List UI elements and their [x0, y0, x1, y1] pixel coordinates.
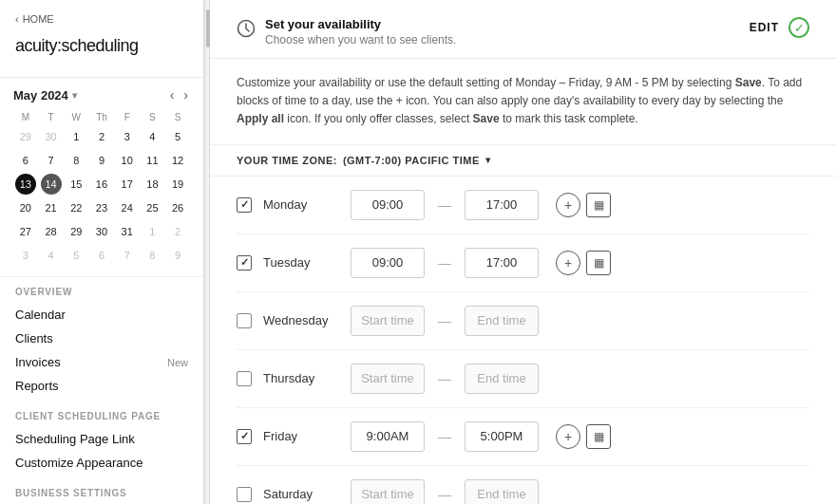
nav-item-reports[interactable]: Reports [15, 374, 188, 398]
calendar-day[interactable]: 20 [15, 197, 36, 218]
calendar-day[interactable]: 16 [91, 174, 112, 195]
calendar-day[interactable]: 10 [117, 150, 138, 171]
calendar-day[interactable]: 4 [142, 126, 162, 147]
day-checkbox-thursday[interactable] [237, 371, 252, 386]
calendar-day[interactable]: 2 [91, 126, 112, 147]
time-separator: — [438, 487, 451, 502]
back-link[interactable]: ‹ HOME [15, 13, 188, 25]
calendar-day[interactable]: 2 [167, 221, 188, 242]
add-time-button-tuesday[interactable]: + [556, 251, 580, 275]
calendar-day[interactable]: 17 [117, 174, 138, 195]
calendar-day[interactable]: 28 [41, 221, 62, 242]
add-time-button-monday[interactable]: + [556, 193, 580, 217]
copy-time-button-tuesday[interactable]: ▦ [586, 251, 611, 275]
end-time-tuesday[interactable]: 17:00 [465, 248, 539, 278]
calendar-day[interactable]: 5 [66, 245, 86, 266]
end-time-friday[interactable]: 5:00PM [465, 421, 539, 452]
calendar-day[interactable]: 27 [15, 221, 36, 242]
day-checkbox-wednesday[interactable] [237, 313, 252, 328]
start-time-monday[interactable]: 09:00 [351, 190, 425, 220]
day-name-saturday: Saturday [263, 487, 339, 501]
timezone-dropdown-icon[interactable]: ▾ [485, 155, 491, 165]
day-checkbox-tuesday[interactable] [237, 255, 252, 271]
calendar-nav[interactable]: ‹ › [168, 87, 190, 103]
calendar-day[interactable]: 18 [142, 174, 162, 195]
invoices-badge: New [167, 357, 188, 368]
calendar-day[interactable]: 30 [91, 221, 112, 242]
calendar-day[interactable]: 22 [66, 197, 86, 218]
start-time-thursday[interactable]: Start time [351, 364, 425, 394]
calendar-day[interactable]: 11 [142, 150, 162, 171]
calendar-day[interactable]: 7 [41, 150, 62, 171]
calendar-day[interactable]: 25 [142, 197, 162, 218]
start-time-wednesday[interactable]: Start time [351, 306, 425, 336]
day-checkbox-saturday[interactable] [237, 487, 252, 502]
calendar-day[interactable]: 6 [15, 150, 36, 171]
add-time-button-friday[interactable]: + [556, 424, 580, 449]
scrollbar[interactable] [204, 0, 210, 504]
calendar-day[interactable]: 29 [15, 126, 36, 147]
calendar-day[interactable]: 30 [41, 126, 62, 147]
calendar-grid: MTWThFSS29301234567891011121314151617181… [13, 110, 190, 267]
nav-item-scheduling-page-link[interactable]: Scheduling Page Link [15, 427, 188, 451]
calendar-day[interactable]: 1 [142, 221, 162, 242]
edit-button[interactable]: EDIT [750, 21, 779, 34]
calendar-day-label: T [39, 110, 64, 124]
calendar-day[interactable]: 15 [66, 174, 86, 195]
day-name-monday: Monday [263, 197, 339, 212]
calendar-prev-button[interactable]: ‹ [168, 87, 177, 103]
calendar-day[interactable]: 7 [117, 245, 138, 266]
calendar-day[interactable]: 21 [41, 197, 62, 218]
calendar-next-button[interactable]: › [181, 87, 190, 103]
start-time-saturday[interactable]: Start time [351, 479, 425, 504]
calendar-day[interactable]: 26 [167, 197, 188, 218]
calendar-day[interactable]: 8 [66, 150, 86, 171]
calendar-day[interactable]: 3 [117, 126, 138, 147]
calendar-day[interactable]: 23 [91, 197, 112, 218]
nav-client-scheduling-section: CLIENT SCHEDULING PAGE Scheduling Page L… [0, 401, 203, 478]
copy-time-button-friday[interactable]: ▦ [586, 424, 611, 449]
calendar-day[interactable]: 4 [41, 245, 62, 266]
calendar-day[interactable]: 24 [117, 197, 138, 218]
nav-item-clients[interactable]: Clients [15, 327, 188, 350]
calendar-day[interactable]: 3 [15, 245, 36, 266]
calendar-day[interactable]: 14 [41, 174, 62, 195]
nav-item-calendar[interactable]: Calendar [15, 303, 188, 327]
calendar-day[interactable]: 31 [117, 221, 138, 242]
info-text: Customize your availability or use the d… [210, 59, 836, 145]
scrollbar-thumb[interactable] [206, 9, 210, 47]
end-time-saturday[interactable]: End time [465, 479, 539, 504]
calendar-month: May 2024 ▾ [13, 88, 77, 103]
day-checkbox-monday[interactable] [237, 197, 252, 213]
timezone-row: YOUR TIME ZONE: (GMT-7:00) PACIFIC TIME … [210, 145, 836, 177]
time-separator: — [438, 371, 451, 386]
calendar-day[interactable]: 13 [15, 174, 36, 195]
start-time-tuesday[interactable]: 09:00 [351, 248, 425, 278]
calendar-day[interactable]: 6 [91, 245, 112, 266]
calendar-dropdown-icon[interactable]: ▾ [72, 90, 77, 101]
day-row: SaturdayStart time—End time [237, 466, 809, 504]
calendar-day-label: M [13, 110, 38, 124]
calendar-day[interactable]: 29 [66, 221, 86, 242]
calendar-day[interactable]: 9 [91, 150, 112, 171]
availability-header: Set your availability Choose when you wa… [210, 0, 836, 59]
calendar-day[interactable]: 12 [167, 150, 188, 171]
calendar-day[interactable]: 8 [142, 245, 162, 266]
end-time-monday[interactable]: 17:00 [465, 190, 539, 220]
nav-item-customize-appearance[interactable]: Customize Appearance [15, 451, 188, 475]
day-row: Monday09:00—17:00+▦ [237, 177, 809, 234]
calendar-day[interactable]: 5 [167, 126, 188, 147]
day-row: WednesdayStart time—End time [237, 292, 809, 350]
start-time-friday[interactable]: 9:00AM [351, 421, 425, 452]
end-time-wednesday[interactable]: End time [465, 306, 539, 336]
calendar-day-label: S [165, 110, 190, 124]
calendar-day[interactable]: 9 [167, 245, 188, 266]
copy-time-button-monday[interactable]: ▦ [586, 193, 611, 217]
nav-item-invoices[interactable]: Invoices New [15, 350, 188, 374]
calendar-day[interactable]: 1 [66, 126, 86, 147]
end-time-thursday[interactable]: End time [465, 364, 539, 394]
day-checkbox-friday[interactable] [237, 429, 252, 444]
calendar-day-label: S [141, 110, 165, 124]
day-row: ThursdayStart time—End time [237, 350, 809, 408]
calendar-day[interactable]: 19 [167, 174, 188, 195]
